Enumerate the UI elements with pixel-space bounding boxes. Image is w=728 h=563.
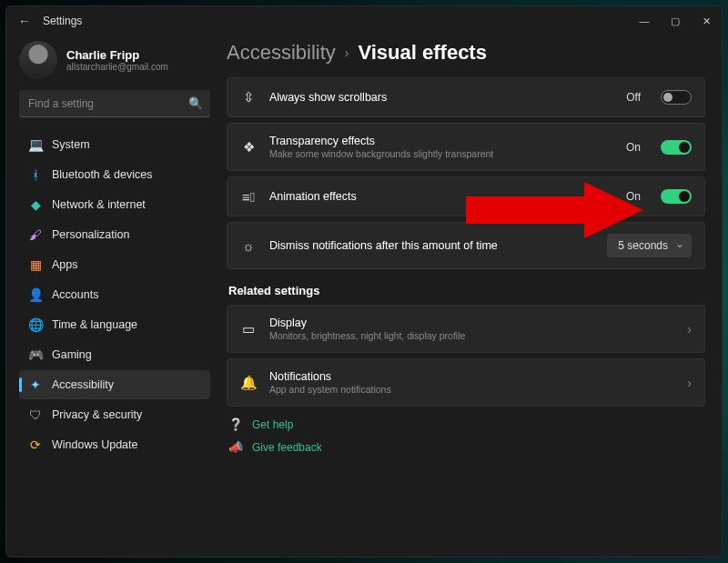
shield-icon: 🛡 xyxy=(28,407,43,422)
search-input[interactable] xyxy=(19,90,210,117)
search-icon: 🔍 xyxy=(188,96,203,110)
minimize-button[interactable]: — xyxy=(629,6,660,35)
related-display[interactable]: ▭ Display Monitors, brightness, night li… xyxy=(227,305,705,353)
related-title: Notifications xyxy=(269,370,674,383)
setting-title: Animation effects xyxy=(269,190,613,203)
sidebar-item-accessibility[interactable]: ✦Accessibility xyxy=(19,370,210,399)
related-subtitle: Monitors, brightness, night light, displ… xyxy=(269,330,674,341)
animation-toggle[interactable] xyxy=(661,189,692,204)
transparency-toggle[interactable] xyxy=(661,140,692,155)
globe-icon: 🌐 xyxy=(28,317,43,332)
sidebar: Charlie Fripp allstarcharlie@gmail.com 🔍… xyxy=(6,35,217,557)
content-area: Charlie Fripp allstarcharlie@gmail.com 🔍… xyxy=(6,35,722,557)
user-block[interactable]: Charlie Fripp allstarcharlie@gmail.com xyxy=(19,41,210,79)
sidebar-item-label: Windows Update xyxy=(52,438,138,451)
sidebar-item-apps[interactable]: ▦Apps xyxy=(19,250,210,279)
sidebar-item-label: Bluetooth & devices xyxy=(52,168,153,181)
user-email: allstarcharlie@gmail.com xyxy=(66,62,168,72)
sidebar-item-system[interactable]: 💻System xyxy=(19,130,210,159)
titlebar: ← Settings — ▢ ✕ xyxy=(6,6,722,35)
sidebar-item-label: Privacy & security xyxy=(52,408,142,421)
sidebar-item-update[interactable]: ⟳Windows Update xyxy=(19,430,210,459)
related-notifications[interactable]: 🔔 Notifications App and system notificat… xyxy=(227,358,705,407)
sidebar-item-label: System xyxy=(52,138,90,151)
dismiss-time-dropdown[interactable]: 5 seconds xyxy=(607,234,692,257)
sidebar-item-time[interactable]: 🌐Time & language xyxy=(19,310,210,339)
sidebar-item-label: Personalization xyxy=(52,228,129,241)
sidebar-item-label: Apps xyxy=(52,258,78,271)
system-icon: 💻 xyxy=(28,137,43,152)
brush-icon: 🖌 xyxy=(28,227,43,242)
chevron-right-icon: › xyxy=(687,322,692,337)
sidebar-item-label: Accessibility xyxy=(52,378,114,391)
gamepad-icon: 🎮 xyxy=(28,347,43,362)
animation-icon: ≡⃝ xyxy=(240,188,257,205)
person-icon: 👤 xyxy=(28,287,43,302)
setting-always-show-scrollbars: ⇳ Always show scrollbars Off xyxy=(227,77,705,117)
toggle-state: On xyxy=(626,190,641,203)
nav-list: 💻System ᚼBluetooth & devices ◆Network & … xyxy=(19,130,210,459)
monitor-icon: ▭ xyxy=(240,321,257,337)
sidebar-item-personalization[interactable]: 🖌Personalization xyxy=(19,220,210,249)
sidebar-item-bluetooth[interactable]: ᚼBluetooth & devices xyxy=(19,160,210,189)
network-icon: ◆ xyxy=(28,197,43,212)
page-title: Visual effects xyxy=(358,41,486,65)
user-name: Charlie Fripp xyxy=(66,48,168,62)
helper-links: ❔ Get help 📣 Give feedback xyxy=(227,417,705,454)
close-button[interactable]: ✕ xyxy=(691,6,722,35)
setting-transparency-effects: ❖ Transparency effects Make some window … xyxy=(227,123,705,171)
sidebar-item-gaming[interactable]: 🎮Gaming xyxy=(19,340,210,369)
breadcrumb: Accessibility › Visual effects xyxy=(227,41,705,65)
apps-icon: ▦ xyxy=(28,257,43,272)
setting-animation-effects: ≡⃝ Animation effects On xyxy=(227,176,705,216)
search-wrapper: 🔍 xyxy=(19,90,210,117)
sidebar-item-label: Time & language xyxy=(52,318,137,331)
transparency-icon: ❖ xyxy=(240,139,257,156)
avatar xyxy=(19,41,57,79)
setting-title: Dismiss notifications after this amount … xyxy=(269,239,594,252)
related-title: Display xyxy=(269,317,674,329)
sun-icon: ☼ xyxy=(240,237,257,254)
chevron-right-icon: › xyxy=(345,45,349,60)
sidebar-item-privacy[interactable]: 🛡Privacy & security xyxy=(19,400,210,429)
toggle-state: On xyxy=(626,141,641,154)
get-help-link[interactable]: ❔ Get help xyxy=(228,417,705,431)
back-button[interactable]: ← xyxy=(14,14,35,28)
sidebar-item-accounts[interactable]: 👤Accounts xyxy=(19,280,210,309)
sidebar-item-label: Gaming xyxy=(52,348,92,361)
scrollbars-icon: ⇳ xyxy=(240,89,257,106)
scrollbars-toggle[interactable] xyxy=(661,90,692,105)
settings-window: ← Settings — ▢ ✕ Charlie Fripp allstarch… xyxy=(5,5,723,558)
main-panel: Accessibility › Visual effects ⇳ Always … xyxy=(217,35,722,557)
give-feedback-link[interactable]: 📣 Give feedback xyxy=(228,440,705,454)
breadcrumb-parent[interactable]: Accessibility xyxy=(227,41,336,65)
related-settings-heading: Related settings xyxy=(228,284,705,297)
sidebar-item-label: Network & internet xyxy=(52,198,146,211)
update-icon: ⟳ xyxy=(28,437,43,452)
related-subtitle: App and system notifications xyxy=(269,384,674,395)
toggle-state: Off xyxy=(626,91,641,104)
maximize-button[interactable]: ▢ xyxy=(660,6,691,35)
feedback-icon: 📣 xyxy=(228,440,243,454)
setting-subtitle: Make some window backgrounds slightly tr… xyxy=(269,148,613,159)
setting-title: Always show scrollbars xyxy=(269,91,613,104)
accessibility-icon: ✦ xyxy=(28,377,43,392)
window-title: Settings xyxy=(43,15,629,27)
help-icon: ❔ xyxy=(228,417,243,431)
sidebar-item-network[interactable]: ◆Network & internet xyxy=(19,190,210,219)
setting-dismiss-notifications: ☼ Dismiss notifications after this amoun… xyxy=(227,222,705,269)
bell-icon: 🔔 xyxy=(240,375,257,391)
sidebar-item-label: Accounts xyxy=(52,288,98,301)
chevron-right-icon: › xyxy=(687,376,692,390)
setting-title: Transparency effects xyxy=(269,135,613,147)
bluetooth-icon: ᚼ xyxy=(28,167,43,182)
